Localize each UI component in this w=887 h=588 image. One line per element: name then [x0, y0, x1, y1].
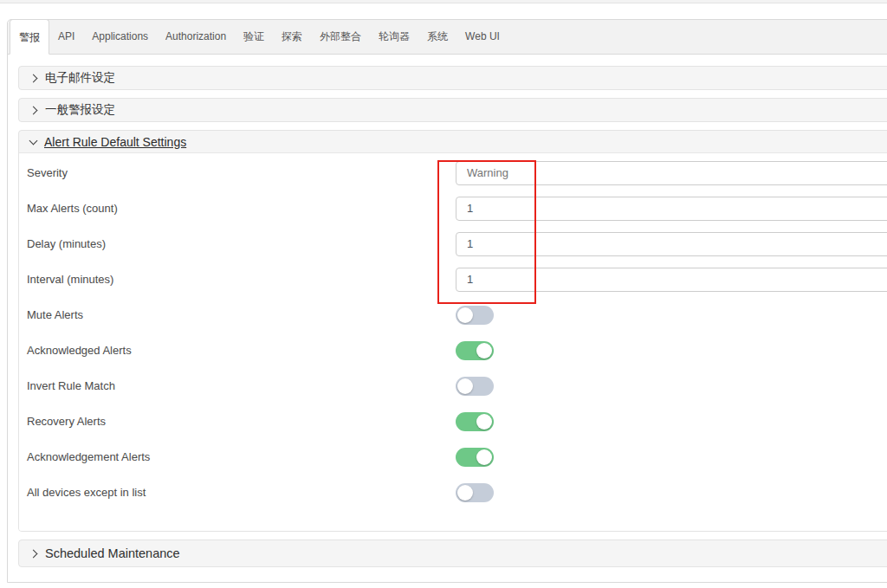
top-header-edge — [0, 0, 887, 3]
form-row-mute-alerts: Mute Alerts — [19, 297, 887, 333]
field-label: Invert Rule Match — [19, 379, 456, 392]
field-label: Delay (minutes) — [19, 237, 456, 250]
toggle-knob — [476, 449, 492, 465]
settings-screen: 警报 API Applications Authorization 验证 探索 … — [0, 0, 887, 588]
form-row-interval: Interval (minutes) — [19, 262, 887, 297]
form-row-acknowledged-alerts: Acknowledged Alerts — [19, 333, 887, 368]
field-label: All devices except in list — [19, 486, 456, 499]
section-general-alert-settings: 一般警报设定 — [18, 98, 887, 122]
field-label: Mute Alerts — [19, 308, 456, 321]
toggle-knob — [457, 307, 473, 323]
tab-authentication[interactable]: 验证 — [235, 19, 273, 54]
tab-bar: 警报 API Applications Authorization 验证 探索 … — [8, 20, 887, 55]
tab-poller[interactable]: 轮询器 — [370, 19, 418, 54]
form-row-acknowledgement-alerts: Acknowledgement Alerts — [19, 439, 887, 475]
toggle-knob — [476, 414, 492, 430]
invert-rule-match-toggle[interactable] — [456, 377, 494, 396]
section-general-alert-settings-header[interactable]: 一般警报设定 — [19, 99, 887, 121]
acknowledged-alerts-toggle[interactable] — [456, 341, 494, 360]
tab-api[interactable]: API — [49, 19, 83, 54]
delay-input[interactable] — [456, 232, 887, 256]
tab-webui[interactable]: Web UI — [456, 19, 508, 54]
form-row-invert-rule-match: Invert Rule Match — [19, 368, 887, 404]
tab-alerts[interactable]: 警报 — [10, 19, 49, 55]
all-devices-except-toggle[interactable] — [456, 483, 494, 502]
chevron-right-icon — [29, 74, 38, 82]
section-email-settings: 电子邮件设定 — [18, 66, 887, 90]
field-label: Recovery Alerts — [19, 415, 456, 428]
section-title-link[interactable]: Alert Rule Default Settings — [44, 135, 186, 149]
section-title: Scheduled Maintenance — [45, 546, 180, 560]
tab-content: 电子邮件设定 一般警报设定 Alert Rule Default Setting… — [8, 55, 887, 567]
form-row-recovery-alerts: Recovery Alerts — [19, 404, 887, 439]
toggle-knob — [457, 378, 473, 394]
field-label: Max Alerts (count) — [19, 202, 456, 215]
mute-alerts-toggle[interactable] — [456, 306, 494, 325]
section-alert-rule-default-settings: Alert Rule Default Settings Severity Max… — [18, 130, 887, 532]
field-label: Acknowledgement Alerts — [19, 450, 456, 463]
section-email-settings-header[interactable]: 电子邮件设定 — [19, 67, 887, 89]
recovery-alerts-toggle[interactable] — [456, 412, 494, 431]
section-title: 电子邮件设定 — [45, 70, 115, 86]
section-alert-rule-default-settings-header[interactable]: Alert Rule Default Settings — [19, 131, 887, 153]
toggle-knob — [457, 485, 473, 501]
tab-external-integration[interactable]: 外部整合 — [311, 19, 370, 54]
section-title: 一般警报设定 — [45, 102, 115, 118]
interval-input[interactable] — [456, 268, 887, 292]
settings-panel: 警报 API Applications Authorization 验证 探索 … — [7, 19, 887, 583]
max-alerts-input[interactable] — [456, 197, 887, 221]
section-scheduled-maintenance: Scheduled Maintenance — [18, 540, 887, 567]
chevron-right-icon — [29, 549, 38, 558]
field-label: Severity — [19, 166, 456, 179]
tab-authorization[interactable]: Authorization — [157, 19, 235, 54]
severity-select[interactable] — [456, 161, 887, 185]
tab-system[interactable]: 系统 — [418, 19, 456, 54]
form-row-severity: Severity — [19, 155, 887, 191]
field-label: Acknowledged Alerts — [19, 344, 456, 357]
field-label: Interval (minutes) — [19, 273, 456, 286]
form-row-delay: Delay (minutes) — [19, 226, 887, 262]
chevron-down-icon — [29, 136, 38, 145]
form-row-all-devices-except: All devices except in list — [19, 475, 887, 510]
toggle-knob — [476, 343, 492, 359]
form-row-max-alerts: Max Alerts (count) — [19, 191, 887, 226]
tab-applications[interactable]: Applications — [83, 19, 157, 54]
acknowledgement-alerts-toggle[interactable] — [456, 448, 494, 467]
section-scheduled-maintenance-header[interactable]: Scheduled Maintenance — [19, 540, 887, 566]
chevron-right-icon — [29, 106, 38, 114]
tab-discovery[interactable]: 探索 — [273, 19, 311, 54]
alert-rule-defaults-form: Severity Max Alerts (count) Delay (minut… — [19, 153, 887, 531]
